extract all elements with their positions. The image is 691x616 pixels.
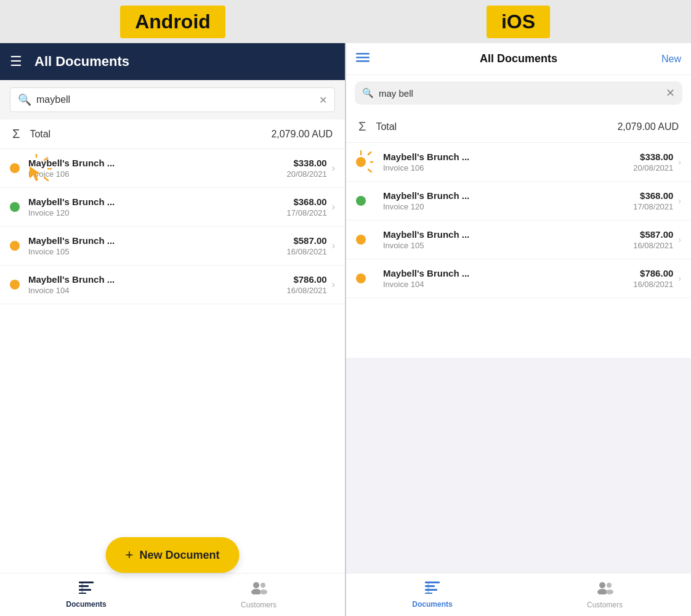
- ios-item-right: $786.00 16/08/2021: [633, 268, 673, 289]
- ios-total-label: Total: [376, 121, 617, 132]
- item-date: 20/08/2021: [287, 169, 327, 179]
- chevron-right-icon: ›: [332, 240, 335, 251]
- item-right: $587.00 16/08/2021: [287, 235, 327, 256]
- item-date: 17/08/2021: [287, 208, 327, 217]
- ios-list-item[interactable]: Maybell's Brunch ... Invoice 104 $786.00…: [346, 259, 691, 298]
- ios-nav-label-documents: Documents: [412, 600, 452, 609]
- ios-header-title: All Documents: [480, 52, 557, 65]
- svg-rect-21: [425, 582, 440, 583]
- ios-status-dot-orange: [356, 235, 366, 245]
- ios-status-dot-orange: [356, 157, 366, 167]
- ios-item-amount: $786.00: [633, 268, 673, 278]
- android-badge: Android: [120, 6, 225, 38]
- android-header: ☰ All Documents: [0, 43, 345, 80]
- svg-point-10: [253, 582, 259, 588]
- svg-point-28: [607, 583, 612, 588]
- ios-status-dot-container: [356, 157, 374, 167]
- android-list-item[interactable]: Maybell's Brunch ... Invoice 120 $368.00…: [0, 188, 345, 227]
- nav-item-documents[interactable]: Documents: [0, 573, 172, 616]
- ios-search-bar[interactable]: 🔍 ✕: [355, 81, 682, 105]
- ios-chevron-right-icon: ›: [678, 235, 681, 245]
- item-amount: $338.00: [287, 158, 327, 168]
- ios-search-input[interactable]: [379, 88, 666, 99]
- svg-rect-6: [79, 585, 89, 587]
- ios-item-info: Maybell's Brunch ... Invoice 104: [383, 268, 633, 289]
- ios-list-item[interactable]: Maybell's Brunch ... Invoice 106 $338.00…: [346, 143, 691, 182]
- ios-item-name: Maybell's Brunch ...: [383, 152, 633, 162]
- ios-badge: iOS: [487, 6, 550, 38]
- android-total-label: Total: [30, 129, 271, 140]
- svg-rect-22: [425, 585, 435, 587]
- hamburger-icon[interactable]: ☰: [10, 54, 22, 70]
- svg-line-20: [368, 169, 371, 172]
- ios-item-date: 17/08/2021: [633, 202, 673, 211]
- android-search-bar[interactable]: 🔍 ✕: [10, 87, 335, 112]
- nav-item-customers[interactable]: Customers: [172, 573, 345, 616]
- item-name: Maybell's Brunch ...: [28, 235, 287, 246]
- svg-rect-9: [81, 582, 83, 594]
- svg-point-13: [260, 590, 267, 594]
- svg-point-11: [251, 589, 261, 594]
- ios-item-info: Maybell's Brunch ... Invoice 105: [383, 229, 633, 250]
- svg-rect-15: [356, 57, 370, 59]
- android-total-row: Σ Total 2,079.00 AUD: [0, 120, 345, 149]
- ios-label: iOS: [346, 0, 691, 43]
- item-name: Maybell's Brunch ...: [28, 197, 287, 207]
- status-dot-green: [10, 202, 20, 212]
- ios-hamburger-icon[interactable]: [356, 52, 370, 66]
- item-date: 16/08/2021: [287, 286, 327, 295]
- platform-labels: Android iOS: [0, 0, 691, 43]
- svg-rect-23: [425, 589, 437, 591]
- android-search-input[interactable]: [36, 94, 319, 105]
- item-sub: Invoice 105: [28, 247, 287, 256]
- status-dot-orange: [10, 163, 20, 173]
- svg-point-29: [606, 590, 613, 594]
- item-name: Maybell's Brunch ...: [28, 274, 287, 285]
- ios-item-name: Maybell's Brunch ...: [383, 190, 633, 201]
- chevron-right-icon: ›: [332, 163, 335, 174]
- ios-status-dot-green: [356, 196, 366, 206]
- ios-bottom-nav: Documents Customers: [346, 573, 691, 616]
- ios-clear-icon[interactable]: ✕: [666, 86, 675, 100]
- android-list-item[interactable]: Maybell's Brunch ... Invoice 105 $587.00…: [0, 227, 345, 265]
- ios-search-icon: 🔍: [362, 87, 374, 99]
- ios-sigma-icon: Σ: [358, 120, 366, 134]
- ios-empty-area: [346, 358, 691, 573]
- item-info: Maybell's Brunch ... Invoice 106: [28, 158, 287, 179]
- item-amount: $368.00: [287, 197, 327, 207]
- android-header-title: All Documents: [34, 54, 129, 70]
- ios-nav-item-customers[interactable]: Customers: [519, 573, 691, 616]
- new-document-button-ios[interactable]: New: [661, 54, 681, 65]
- android-list-item[interactable]: Maybell's Brunch ... Invoice 104 $786.00…: [0, 265, 345, 304]
- svg-rect-25: [427, 582, 429, 594]
- ios-total-amount: 2,079.00 AUD: [617, 121, 679, 132]
- ios-status-dot-orange: [356, 274, 366, 283]
- ios-list-item[interactable]: Maybell's Brunch ... Invoice 120 $368.00…: [346, 182, 691, 221]
- ios-item-right: $368.00 17/08/2021: [633, 190, 673, 211]
- item-right: $786.00 16/08/2021: [287, 274, 327, 295]
- ios-screen: All Documents New 🔍 ✕ Σ Total 2,079.00 A…: [346, 43, 691, 616]
- new-document-button[interactable]: + New Document: [106, 537, 240, 573]
- ios-documents-icon: [425, 582, 440, 598]
- item-date: 16/08/2021: [287, 247, 327, 256]
- item-amount: $587.00: [287, 235, 327, 246]
- svg-rect-14: [356, 53, 370, 55]
- nav-label-customers: Customers: [241, 601, 277, 609]
- status-dot-orange: [10, 241, 20, 251]
- ios-item-amount: $368.00: [633, 190, 673, 201]
- item-info: Maybell's Brunch ... Invoice 105: [28, 235, 287, 256]
- android-list-item[interactable]: Maybell's Brunch ... Invoice 106 $338.00…: [0, 149, 345, 188]
- item-name: Maybell's Brunch ...: [28, 158, 287, 168]
- item-info: Maybell's Brunch ... Invoice 104: [28, 274, 287, 295]
- ios-list-item[interactable]: Maybell's Brunch ... Invoice 105 $587.00…: [346, 221, 691, 259]
- clear-icon[interactable]: ✕: [319, 94, 327, 106]
- svg-point-12: [261, 583, 265, 588]
- ios-nav-item-documents[interactable]: Documents: [346, 573, 519, 616]
- ios-item-date: 16/08/2021: [633, 241, 673, 250]
- svg-point-27: [597, 589, 607, 594]
- ios-header-inner: All Documents New: [356, 52, 681, 66]
- item-info: Maybell's Brunch ... Invoice 120: [28, 197, 287, 217]
- plus-icon: +: [126, 547, 134, 563]
- ios-chevron-right-icon: ›: [678, 196, 681, 206]
- ios-customers-icon: [596, 581, 613, 598]
